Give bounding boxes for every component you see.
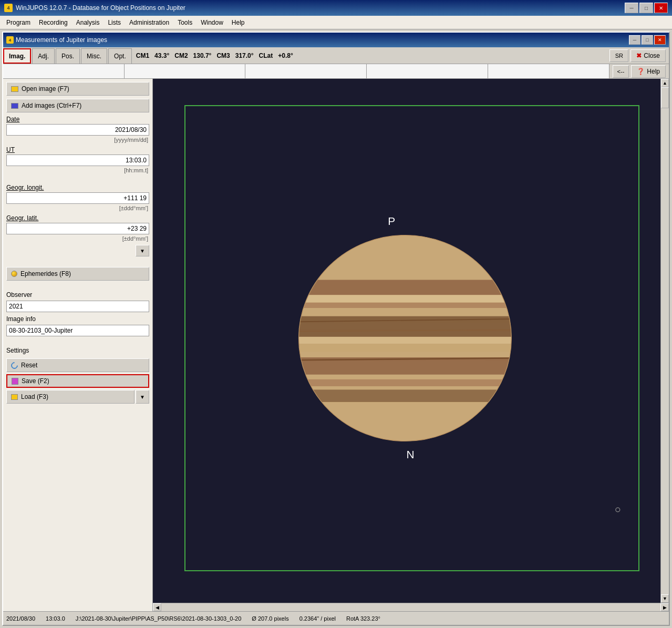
image-info-section: Image info [6,315,149,336]
longitude-input[interactable] [6,192,149,204]
menu-lists[interactable]: Lists [104,18,125,27]
inner-window-title: Measurements of Jupiter images [16,36,107,44]
tab-opt[interactable]: Opt. [108,48,132,64]
content-area: Open image (F7) Add images (Ctrl+F7) Dat… [3,79,669,611]
close-label: Close [644,52,660,59]
svg-rect-9 [299,379,512,386]
scroll-down-button[interactable]: ▼ [661,594,669,603]
reset-icon [9,361,19,370]
menu-help[interactable]: Help [228,18,249,27]
sr-button[interactable]: SR [609,49,628,62]
load-label: Load (F3) [21,393,48,400]
cm1-label: CM1 [136,52,149,59]
date-format: [yyyy/mm/dd] [6,137,149,143]
scroll-left-button[interactable]: ◀ [153,603,161,611]
inner-maximize-button[interactable]: □ [642,35,653,45]
load-button[interactable]: Load (F3) [6,390,135,404]
status-time: 13:03.0 [46,615,65,622]
longitude-format: [±ddd°mm'] [6,205,149,211]
clat-value: +0.8° [278,52,293,59]
svg-rect-7 [299,344,512,352]
scroll-thumb[interactable] [661,87,669,108]
load-row: Load (F3) ▼ [6,390,149,404]
right-btn-group-2: <-- ❓ Help [609,65,669,78]
pole-n-label: N [407,448,415,460]
minimize-button[interactable]: ─ [625,3,638,13]
app-container: 4 Measurements of Jupiter images ─ □ ✕ I… [0,29,672,628]
menu-bar: Program Recording Analysis Lists Adminis… [0,16,672,29]
ut-field-group: UT [hh:mm.t] [6,146,149,173]
ut-input[interactable] [6,155,149,166]
title-bar: 4 WinJUPOS 12.0.7 - Database for Object … [0,0,672,16]
status-rotation: RotA 323.23° [346,615,380,622]
cm-values-row: CM1 43.3° CM2 130.7° CM3 317.0° CLat +0.… [133,47,607,64]
open-image-button[interactable]: Open image (F7) [6,82,149,96]
back-button[interactable]: <-- [613,65,629,78]
open-image-label: Open image (F7) [22,85,69,92]
pole-p-label: P [388,215,395,227]
open-icon [11,86,18,92]
image-area[interactable]: P N [153,79,660,603]
observer-input[interactable] [6,301,149,312]
cm3-label: CM3 [216,52,230,59]
clat-label: CLat [259,52,273,59]
help-button[interactable]: ❓ Help [631,65,666,78]
jupiter-frame: P N [184,105,639,571]
cm3-value: 317.0° [235,52,254,59]
horizontal-scrollbar[interactable]: ◀ ▶ [153,603,669,611]
ephemerides-button[interactable]: Ephemerides (F8) [6,267,149,281]
cm2-value: 130.7° [193,52,212,59]
image-info-label: Image info [6,315,149,323]
menu-tools[interactable]: Tools [173,18,197,27]
close-icon: ✖ [636,52,642,59]
cm-cell-2 [125,64,246,78]
settings-buttons: Reset Save (F2) Load (F3) ▼ [6,358,149,404]
cm-cell-5 [488,64,609,78]
longitude-label: Geogr. longit. [6,184,149,191]
window-controls: ─ □ ✕ [625,3,668,13]
maximize-button[interactable]: □ [639,3,653,13]
status-date: 2021/08/30 [6,615,35,622]
image-with-scrollbar: P N ▲ [153,79,669,603]
close-measurements-button[interactable]: ✖ Close [630,49,666,62]
cm-empty-row [3,64,609,78]
h-scroll-track [161,603,660,611]
menu-recording[interactable]: Recording [35,18,72,27]
tab-adj[interactable]: Adj. [32,48,55,64]
observer-section: Observer [6,291,149,312]
date-input[interactable] [6,124,149,136]
menu-analysis[interactable]: Analysis [72,18,104,27]
vertical-scrollbar[interactable]: ▲ ▼ [660,79,669,603]
add-icon [11,103,18,109]
app-title: WinJUPOS 12.0.7 - Database for Object Po… [16,4,185,12]
inner-close-button[interactable]: ✕ [654,35,666,45]
cm1-value: 43.3° [154,52,169,59]
image-info-input[interactable] [6,325,149,336]
ephemerides-label: Ephemerides (F8) [20,270,71,277]
date-label: Date [6,116,149,123]
help-icon: ❓ [637,68,645,75]
save-button[interactable]: Save (F2) [6,374,149,388]
menu-window[interactable]: Window [197,18,228,27]
longitude-field-group: Geogr. longit. [±ddd°mm'] [6,184,149,211]
menu-administration[interactable]: Administration [125,18,173,27]
toolbar-row-2: <-- ❓ Help [3,64,669,79]
add-images-button[interactable]: Add images (Ctrl+F7) [6,99,149,112]
svg-rect-5 [299,303,512,308]
tab-pos[interactable]: Pos. [56,48,80,64]
menu-program[interactable]: Program [2,18,35,27]
tab-misc[interactable]: Misc. [81,48,107,64]
load-icon [11,394,18,400]
dropdown-button[interactable]: ▼ [136,245,149,256]
reset-label: Reset [21,362,37,369]
tab-imag[interactable]: Imag. [3,48,31,64]
svg-rect-12 [299,337,512,344]
toolbar-row-1: Imag. Adj. Pos. Misc. Opt. CM1 43.3° CM2… [3,47,669,64]
reset-button[interactable]: Reset [6,358,149,372]
scroll-up-button[interactable]: ▲ [661,79,669,87]
close-button[interactable]: ✕ [654,3,668,13]
inner-minimize-button[interactable]: ─ [629,35,640,45]
load-dropdown-button[interactable]: ▼ [136,390,149,404]
scroll-right-button[interactable]: ▶ [660,603,669,611]
latitude-input[interactable] [6,223,149,234]
